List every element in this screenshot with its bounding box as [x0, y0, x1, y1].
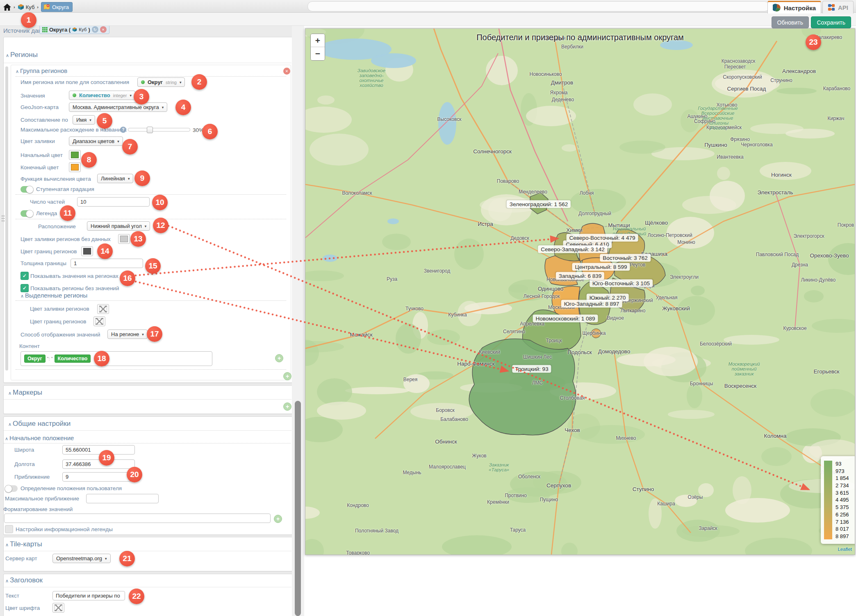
- add-content-button[interactable]: +: [275, 354, 283, 362]
- town-label: Таруса: [510, 527, 526, 533]
- selected-fill-swatch[interactable]: [97, 304, 109, 314]
- tile-server-select[interactable]: Openstreetmap.org ▾: [52, 554, 111, 563]
- add-marker-button[interactable]: +: [283, 402, 291, 411]
- fill-mode-label: Цвет заливки: [20, 138, 55, 144]
- section-header[interactable]: ∧Заголовок: [5, 576, 43, 584]
- town-label: Деденево: [552, 97, 574, 102]
- title-text-input[interactable]: [52, 591, 125, 600]
- latitude-input[interactable]: [62, 445, 135, 455]
- town-label: Можайск: [350, 332, 373, 338]
- leaflet-attribution-link[interactable]: Leaflet: [838, 547, 852, 552]
- info-legend-checkbox[interactable]: [5, 525, 13, 533]
- section-initial-position[interactable]: ∧Начальное положение: [5, 434, 74, 441]
- fill-mode-select[interactable]: Диапазон цветов ▾: [69, 136, 123, 146]
- selected-border-swatch[interactable]: [93, 316, 105, 326]
- nature-label: Завидовское заповедно- охотничье хозяйст…: [357, 68, 385, 88]
- border-width-input[interactable]: [71, 259, 143, 268]
- group-drag-handle[interactable]: [5, 66, 8, 371]
- chevron-down-icon: ▾: [142, 332, 144, 336]
- zoom-level-input[interactable]: [62, 472, 135, 482]
- end-color-swatch[interactable]: [69, 162, 81, 172]
- border-color-swatch[interactable]: [81, 246, 93, 256]
- district-value-label: Северо-Восточный: 4 479: [567, 234, 638, 242]
- longitude-input[interactable]: [62, 459, 135, 469]
- section-region-group[interactable]: ∧Группа регионов: [16, 67, 67, 74]
- town-label: Киржач: [827, 116, 844, 121]
- town-label: Подольск: [567, 349, 592, 355]
- town-label: Карабаново: [823, 86, 851, 91]
- town-label: Руза: [387, 276, 397, 282]
- district-value-label: Восточный: 3 762: [600, 254, 651, 262]
- annotation-badge-10: 10: [152, 195, 168, 210]
- color-fn-select[interactable]: Линейная ▾: [97, 174, 133, 183]
- panel-scrollbar-thumb[interactable]: [295, 401, 301, 616]
- values-field-select[interactable]: Количество integer ▾: [69, 91, 135, 100]
- legend-gradient-bar: [824, 461, 832, 539]
- stepped-gradation-toggle[interactable]: [20, 186, 33, 193]
- chevron-down-icon: ▾: [130, 93, 132, 98]
- slider-handle[interactable]: [147, 127, 153, 133]
- datasource-refresh-icon[interactable]: ↻: [92, 26, 98, 33]
- section-regions[interactable]: ∧Регионы: [6, 51, 38, 59]
- section-general[interactable]: ∧Общие настройки: [8, 420, 71, 428]
- town-label: Троицк: [546, 338, 562, 343]
- content-separator: ": ": [47, 356, 53, 361]
- section-markers[interactable]: ∧Маркеры: [8, 389, 42, 397]
- value-format-input[interactable]: [4, 514, 271, 523]
- breadcrumb-current-page[interactable]: Округа: [41, 2, 73, 12]
- datasource-remove-icon[interactable]: ✕: [100, 26, 107, 33]
- top-empty-field[interactable]: [307, 1, 769, 11]
- save-button[interactable]: Сохранить: [811, 16, 851, 28]
- legend-toggle[interactable]: [20, 210, 33, 217]
- section-selected-regions[interactable]: ∧Выделенные регионы: [20, 292, 87, 299]
- add-format-button[interactable]: +: [274, 515, 282, 523]
- add-region-group-button[interactable]: +: [283, 372, 291, 380]
- start-color-swatch[interactable]: [69, 150, 81, 160]
- annotation-badge-3: 3: [134, 89, 149, 105]
- town-label: Протвино: [505, 493, 527, 498]
- match-by-select[interactable]: Имя ▾: [73, 115, 95, 125]
- town-label: Верея: [403, 377, 418, 382]
- help-icon[interactable]: ?: [120, 127, 126, 133]
- legend-position-select[interactable]: Нижний правый угол ▾: [87, 221, 150, 231]
- water-body: [323, 255, 337, 262]
- tab-settings[interactable]: Настройка: [767, 1, 821, 14]
- parts-count-input[interactable]: [77, 197, 150, 207]
- town-label: Пушкино: [704, 142, 727, 148]
- home-icon[interactable]: [3, 4, 11, 11]
- display-mode-label: Способ отображения значений: [20, 332, 100, 338]
- show-empty-checkbox[interactable]: ✓: [20, 284, 29, 292]
- content-tag-okrug[interactable]: Округ: [24, 355, 46, 363]
- font-color-swatch[interactable]: [52, 603, 64, 613]
- tab-api[interactable]: API: [822, 1, 854, 14]
- district-value-label: Западный: 6 839: [556, 272, 604, 280]
- zoom-out-button[interactable]: −: [311, 47, 325, 60]
- max-divergence-slider[interactable]: [128, 128, 190, 132]
- zoom-in-button[interactable]: +: [311, 34, 325, 47]
- show-values-checkbox[interactable]: ✓: [20, 272, 29, 280]
- refresh-button[interactable]: Обновить: [772, 16, 809, 28]
- max-zoom-input[interactable]: [86, 494, 159, 503]
- panel-drag-dots[interactable]: [1, 215, 5, 222]
- user-location-toggle[interactable]: [5, 485, 18, 492]
- section-tiles[interactable]: ∧Tile-карты: [5, 540, 42, 548]
- water-body: [387, 218, 399, 224]
- display-mode-select[interactable]: На регионе ▾: [107, 330, 148, 339]
- town-label: Лобня: [580, 190, 594, 196]
- tiles-box: [3, 537, 293, 571]
- town-label: Вербилки: [561, 44, 583, 50]
- breadcrumb-cube[interactable]: Куб: [18, 4, 35, 10]
- content-editor[interactable]: Округ ": " Количество: [20, 351, 212, 366]
- content-tag-kolichestvo[interactable]: Количество: [55, 355, 91, 363]
- region-field-select[interactable]: Округ string ▾: [137, 77, 185, 87]
- value-format-label: Форматирование значений: [3, 506, 73, 512]
- no-data-fill-swatch[interactable]: [118, 234, 130, 244]
- town-label: Струнино: [770, 77, 792, 83]
- town-label: Ивантеевка: [717, 154, 743, 160]
- geojson-select[interactable]: Москва. Административные округа ▾: [69, 102, 167, 112]
- legend-value: 4 495: [836, 497, 854, 503]
- datasource-tag[interactable]: Округа ( Куб ) ↻ ✕: [39, 25, 109, 34]
- map-canvas[interactable]: Победители и призеры по административным…: [305, 28, 855, 555]
- remove-group-icon[interactable]: ✕: [283, 68, 290, 75]
- annotation-badge-15: 15: [145, 258, 161, 274]
